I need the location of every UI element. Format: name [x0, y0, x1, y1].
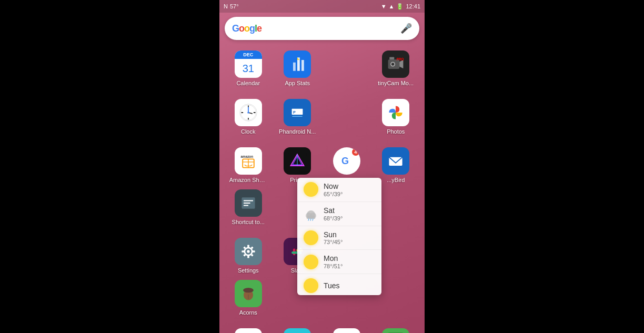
google-g-icon: G 4	[333, 147, 360, 175]
app-appstats[interactable]: App Stats	[273, 47, 323, 89]
weather-text-tues: Tues	[324, 281, 375, 290]
app-channels[interactable]: Channels	[371, 325, 421, 333]
svg-rect-47	[252, 250, 255, 253]
status-right: ▼ ▲ 🔋 12:41	[381, 3, 420, 10]
shortcut-label: Shortcut to...	[232, 219, 265, 225]
weather-row-tues[interactable]: Tues	[297, 274, 381, 295]
weather-row-sat[interactable]: Sat 68°/39°	[297, 202, 381, 226]
weather-temp-mon: 78°/51°	[324, 263, 375, 269]
svg-marker-2	[301, 60, 304, 71]
weather-text-sun: Sun 73°/45°	[324, 230, 375, 246]
weather-dropdown: Now 65°/39° Sat 68°/39°	[297, 178, 381, 295]
app-solidexplorer[interactable]: Solid E...	[273, 325, 323, 333]
amazon-icon: amazon	[235, 147, 262, 175]
app-row-2: Clock P Phandroid N...	[219, 93, 425, 141]
weather-day-sat: Sat	[324, 206, 375, 215]
svg-rect-44	[247, 245, 249, 247]
svg-marker-5	[399, 60, 403, 68]
playstore-icon	[235, 328, 262, 333]
svg-rect-60	[247, 288, 249, 290]
calendar-label: Calendar	[236, 80, 260, 86]
cloud-icon-sat	[304, 206, 318, 221]
svg-rect-6	[390, 57, 395, 60]
empty4-icon	[382, 238, 409, 265]
weather-temp-sun: 73°/45°	[324, 239, 375, 245]
temperature: 57°	[230, 3, 239, 9]
time-display: 12:41	[406, 3, 420, 9]
weather-text-sat: Sat 68°/39°	[324, 206, 375, 221]
app-amazon[interactable]: amazon Amazon Sho...	[224, 144, 273, 186]
svg-rect-89	[307, 216, 315, 219]
solidexplorer-icon	[284, 328, 311, 333]
channels-icon	[382, 328, 409, 333]
weather-day-tues: Tues	[324, 281, 375, 290]
app-acorns[interactable]: Acorns	[224, 277, 273, 319]
phone-screen: N 57° ▼ ▲ 🔋 12:41 Google 🎤 DEC 31 Calend…	[219, 0, 425, 333]
search-bar[interactable]: Google 🎤	[225, 17, 419, 40]
wifi-icon: ▼	[381, 3, 387, 9]
prisma-icon	[284, 147, 311, 175]
app-gcreate[interactable]: ...eate	[322, 325, 371, 333]
google-logo: Google	[232, 23, 261, 34]
svg-marker-1	[293, 63, 296, 71]
app-photos[interactable]: Photos	[371, 96, 421, 138]
amazon-label: Amazon Sho...	[229, 177, 267, 183]
weather-row-sun[interactable]: Sun 73°/45°	[297, 226, 381, 250]
weather-day-sun: Sun	[324, 230, 375, 239]
phandroid-label: Phandroid N...	[279, 128, 316, 135]
weather-temp-now: 65°/39°	[324, 191, 375, 197]
acorns-label: Acorns	[239, 309, 257, 316]
status-left: N 57°	[224, 3, 239, 9]
weather-temp-sat: 68°/39°	[324, 215, 375, 221]
bluemail-icon	[382, 147, 409, 175]
tinycam-label: tinyCam Mo...	[378, 80, 414, 86]
weather-text-now: Now 65°/39°	[324, 182, 375, 197]
app-playstore[interactable]: Play Store	[224, 325, 273, 333]
weather-day-mon: Mon	[324, 254, 375, 263]
shortcut-icon	[235, 189, 262, 217]
mic-icon[interactable]: 🎤	[400, 23, 412, 34]
svg-line-90	[308, 219, 309, 220]
app-calendar[interactable]: DEC 31 Calendar	[224, 47, 273, 89]
svg-point-8	[391, 63, 394, 65]
app-row-1: DEC 31 Calendar App Stats	[219, 44, 425, 93]
weather-text-mon: Mon 78°/51°	[324, 254, 375, 269]
app-empty1	[322, 47, 371, 89]
app-shortcut[interactable]: Shortcut to...	[224, 186, 273, 228]
app-tinycam[interactable]: PRO tinyCam Mo...	[371, 47, 421, 89]
app-settings[interactable]: Settings	[224, 235, 273, 277]
status-bar: N 57° ▼ ▲ 🔋 12:41	[219, 0, 425, 13]
appstats-label: App Stats	[285, 80, 310, 86]
svg-text:PRO: PRO	[397, 57, 404, 61]
carrier-icon: N	[224, 3, 228, 9]
gcreate-icon	[333, 328, 360, 333]
app-phandroid[interactable]: P Phandroid N...	[273, 96, 323, 138]
svg-text:G: G	[341, 156, 349, 166]
app-empty2	[322, 96, 371, 138]
empty1-icon	[333, 51, 360, 78]
svg-point-43	[247, 250, 249, 253]
phandroid-icon: P	[284, 99, 311, 126]
svg-text:P: P	[293, 110, 296, 115]
calendar-icon: DEC 31	[235, 51, 262, 78]
signal-icon: ▲	[389, 3, 395, 9]
settings-label: Settings	[238, 267, 259, 274]
sun-icon-mon	[304, 255, 318, 269]
app-clock[interactable]: Clock	[224, 96, 273, 138]
svg-rect-45	[247, 255, 249, 258]
weather-day-now: Now	[324, 182, 375, 191]
svg-line-91	[310, 219, 311, 220]
appstats-icon	[284, 51, 311, 78]
tinycam-icon: PRO	[382, 51, 409, 78]
svg-point-18	[247, 112, 249, 114]
battery-icon: 🔋	[396, 3, 404, 10]
settings-icon	[235, 238, 262, 265]
svg-line-92	[313, 219, 313, 220]
sun-icon-now	[304, 182, 318, 197]
weather-row-now[interactable]: Now 65°/39°	[297, 178, 381, 202]
svg-rect-46	[242, 250, 244, 253]
weather-row-mon[interactable]: Mon 78°/51°	[297, 250, 381, 274]
bluemail-label: ...yBird	[387, 177, 405, 183]
sun-icon-tues	[304, 278, 318, 293]
svg-rect-22	[293, 116, 303, 117]
